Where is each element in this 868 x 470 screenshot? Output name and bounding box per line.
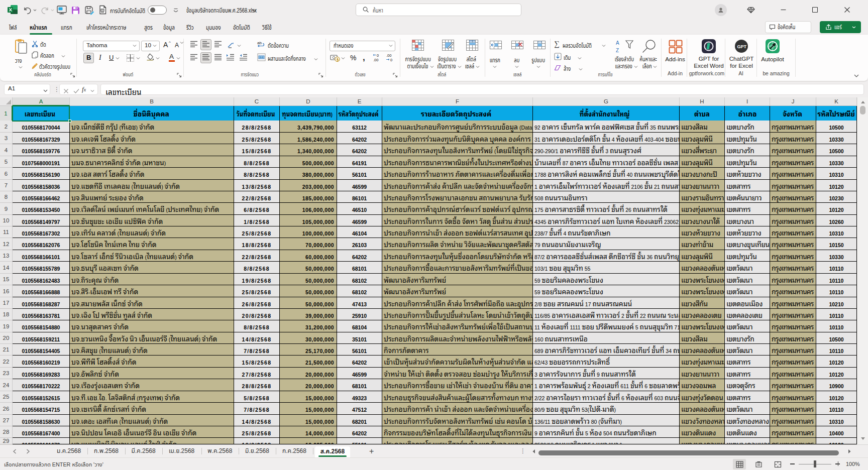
svg-text:0: 0 xyxy=(390,58,392,62)
svg-text:A: A xyxy=(616,40,619,46)
svg-text:GPT: GPT xyxy=(737,44,747,49)
svg-text:.00: .00 xyxy=(373,58,378,62)
svg-text:Z: Z xyxy=(616,48,619,53)
svg-text:ab: ab xyxy=(257,41,262,45)
